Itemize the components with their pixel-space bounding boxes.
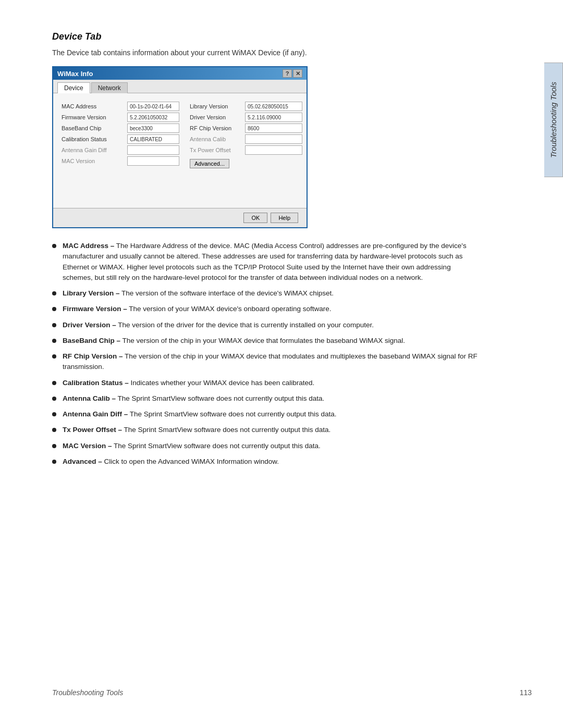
antenna-calib-value[interactable]	[245, 134, 302, 144]
dialog-title: WiMax Info	[57, 70, 93, 78]
list-item: Advanced – Click to open the Advanced Wi…	[52, 456, 480, 467]
driver-version-value[interactable]	[245, 113, 302, 122]
bullet-dot	[52, 412, 56, 416]
list-item: Antenna Gain Diff – The Sprint SmartView…	[52, 409, 480, 419]
tab-device[interactable]: Device	[57, 82, 90, 93]
dialog-footer: OK Help	[53, 208, 307, 227]
help-titlebar-button[interactable]: ?	[283, 69, 292, 78]
calibration-status-label: Calibration Status	[62, 136, 124, 142]
dialog-titlebar: WiMax Info ? ✕	[53, 67, 307, 80]
titlebar-buttons: ? ✕	[283, 69, 302, 78]
list-item: RF Chip Version – The version of the chi…	[52, 351, 480, 373]
bullet-text-content: Click to open the Advanced WiMAX Informa…	[104, 458, 279, 465]
driver-version-label: Driver Version	[190, 114, 242, 120]
rf-chip-version-value[interactable]	[245, 124, 302, 133]
footer-left: Troubleshooting Tools	[52, 688, 123, 697]
list-item: MAC Version – The Sprint SmartView softw…	[52, 441, 480, 451]
side-tab-label: Troubleshooting Tools	[549, 82, 558, 158]
bullet-bold: Tx Power Offset –	[63, 426, 122, 434]
bullet-bold: Antenna Calib –	[63, 394, 116, 402]
bullet-text-content: The Sprint SmartView software does not c…	[130, 410, 337, 418]
bullet-bold: RF Chip Version –	[63, 352, 123, 360]
mac-address-value[interactable]	[127, 102, 179, 111]
list-item: Tx Power Offset – The Sprint SmartView s…	[52, 425, 480, 435]
bullet-bold: MAC Version –	[63, 442, 112, 450]
list-item: Antenna Calib – The Sprint SmartView sof…	[52, 393, 480, 404]
baseband-chip-label: BaseBand Chip	[62, 125, 124, 131]
bullet-dot	[52, 381, 56, 385]
page-footer: Troubleshooting Tools 113	[52, 688, 532, 697]
tab-network[interactable]: Network	[91, 82, 128, 93]
list-item: Firmware Version – The version of your W…	[52, 304, 480, 314]
intro-text: The Device tab contains information abou…	[52, 48, 480, 57]
list-item: Calibration Status – Indicates whether y…	[52, 378, 480, 388]
ok-button[interactable]: OK	[243, 213, 267, 223]
bullet-text-content: The Hardware Address of the device. MAC …	[63, 242, 467, 281]
bullet-bold: Firmware Version –	[63, 305, 127, 313]
dialog-body: MAC Address Firmware Version BaseBand Ch…	[53, 93, 307, 208]
bullet-text-content: The version of your WiMAX device's onboa…	[129, 305, 331, 313]
bullet-text-content: The Sprint SmartView software does not c…	[118, 394, 325, 402]
tx-power-offset-label: Tx Power Offset	[190, 147, 242, 153]
antenna-gain-diff-label: Antenna Gain Diff	[62, 147, 124, 153]
bullet-list: MAC Address – The Hardware Address of th…	[52, 241, 480, 467]
bullet-bold: Driver Version –	[63, 321, 116, 329]
library-version-value[interactable]	[245, 102, 302, 111]
bullet-dot	[52, 307, 56, 311]
list-item: Library Version – The version of the sof…	[52, 288, 480, 299]
bullet-text-content: The version of the chip in your WiMAX de…	[63, 352, 478, 371]
firmware-version-label: Firmware Version	[62, 114, 124, 120]
baseband-chip-value[interactable]	[127, 124, 179, 133]
bullet-text-content: The Sprint SmartView software does not c…	[124, 426, 331, 434]
bullet-bold: Library Version –	[63, 289, 120, 297]
bullet-dot	[52, 244, 56, 248]
help-button[interactable]: Help	[271, 213, 298, 223]
bullet-dot	[52, 323, 56, 327]
bullet-text-content: The version of the software interface of…	[121, 289, 334, 297]
footer-right: 113	[520, 688, 532, 697]
mac-address-label: MAC Address	[62, 103, 124, 109]
bullet-bold: BaseBand Chip –	[63, 337, 120, 344]
bullet-text-content: Indicates whether your WiMAX device has …	[131, 379, 315, 387]
antenna-gain-diff-value[interactable]	[127, 145, 179, 155]
firmware-version-value[interactable]	[127, 113, 179, 122]
bullet-dot	[52, 397, 56, 401]
bullet-dot	[52, 444, 56, 448]
mac-version-label: MAC Version	[62, 158, 124, 164]
bullet-dot	[52, 354, 56, 359]
advanced-button[interactable]: Advanced...	[190, 159, 229, 168]
section-title: Device Tab	[52, 31, 480, 42]
side-tab: Troubleshooting Tools	[544, 63, 563, 177]
list-item: MAC Address – The Hardware Address of th…	[52, 241, 480, 283]
antenna-calib-label: Antenna Calib	[190, 136, 242, 142]
bullet-dot	[52, 339, 56, 343]
tx-power-offset-value[interactable]	[245, 145, 302, 155]
bullet-text-content: The version of the driver for the device…	[118, 321, 374, 329]
bullet-text-content: The version of the chip in your WiMAX de…	[123, 337, 406, 344]
bullet-bold: Antenna Gain Diff –	[63, 410, 128, 418]
library-version-label: Library Version	[190, 103, 242, 109]
list-item: BaseBand Chip – The version of the chip …	[52, 336, 480, 346]
bullet-bold: MAC Address –	[63, 242, 114, 250]
close-titlebar-button[interactable]: ✕	[293, 69, 302, 78]
bullet-dot	[52, 428, 56, 432]
mac-version-value[interactable]	[127, 156, 179, 166]
bullet-dot	[52, 460, 56, 464]
dialog-tabs: Device Network	[53, 80, 307, 93]
calibration-status-value[interactable]	[127, 134, 179, 144]
bullet-text-content: The Sprint SmartView software does not c…	[114, 442, 321, 450]
wimax-dialog: WiMax Info ? ✕ Device Network MAC Addres…	[52, 66, 308, 228]
bullet-bold: Calibration Status –	[63, 379, 129, 387]
bullet-bold: Advanced –	[63, 458, 102, 465]
list-item: Driver Version – The version of the driv…	[52, 320, 480, 330]
bullet-dot	[52, 291, 56, 295]
rf-chip-version-label: RF Chip Version	[190, 125, 242, 131]
